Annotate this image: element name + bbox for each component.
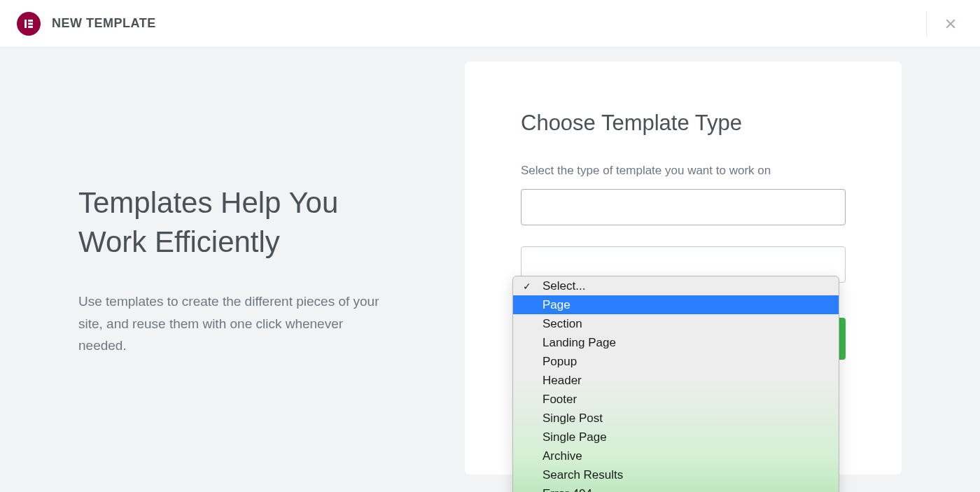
dropdown-option[interactable]: Header bbox=[513, 371, 839, 390]
template-type-dropdown: Select... PageSectionLanding PagePopupHe… bbox=[512, 276, 839, 492]
info-panel: Templates Help You Work Efficiently Use … bbox=[0, 62, 392, 478]
form-panel: Choose Template Type Select the type of … bbox=[465, 62, 902, 475]
svg-rect-3 bbox=[28, 26, 33, 28]
svg-rect-0 bbox=[24, 20, 27, 28]
svg-rect-1 bbox=[28, 20, 33, 22]
dropdown-option[interactable]: Landing Page bbox=[513, 333, 839, 352]
form-title: Choose Template Type bbox=[521, 111, 846, 136]
dropdown-option[interactable]: Popup bbox=[513, 352, 839, 371]
dropdown-option[interactable]: Error 404 bbox=[513, 484, 839, 492]
svg-rect-2 bbox=[28, 22, 33, 24]
dropdown-option[interactable]: Search Results bbox=[513, 465, 839, 484]
logo-container: NEW TEMPLATE bbox=[17, 12, 156, 36]
modal-header: NEW TEMPLATE bbox=[0, 0, 980, 48]
dropdown-option[interactable]: Page bbox=[513, 295, 839, 314]
dropdown-option[interactable]: Archive bbox=[513, 447, 839, 465]
dropdown-option[interactable]: Single Page bbox=[513, 428, 839, 447]
select-wrapper bbox=[521, 189, 846, 225]
main-content: Templates Help You Work Efficiently Use … bbox=[0, 48, 980, 492]
info-title: Templates Help You Work Efficiently bbox=[78, 183, 392, 262]
template-type-select[interactable] bbox=[521, 189, 846, 225]
modal-title: NEW TEMPLATE bbox=[52, 16, 156, 31]
elementor-logo-icon bbox=[17, 12, 41, 36]
dropdown-option-placeholder[interactable]: Select... bbox=[513, 276, 839, 295]
dropdown-option[interactable]: Single Post bbox=[513, 409, 839, 428]
close-icon bbox=[944, 17, 958, 31]
info-description: Use templates to create the different pi… bbox=[78, 290, 386, 356]
select-label: Select the type of template you want to … bbox=[521, 164, 846, 178]
dropdown-option[interactable]: Footer bbox=[513, 390, 839, 409]
dropdown-option[interactable]: Section bbox=[513, 314, 839, 333]
close-button[interactable] bbox=[926, 11, 963, 36]
